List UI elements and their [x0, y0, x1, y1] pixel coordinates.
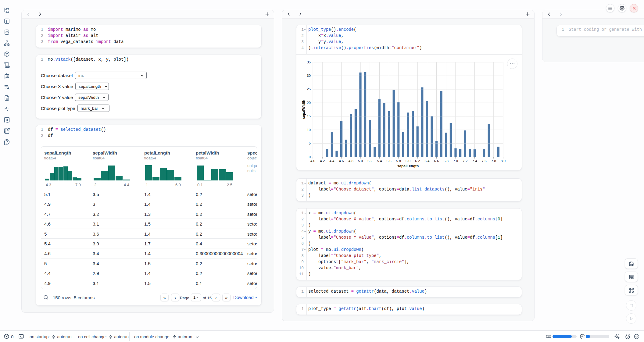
svg-text:4.0: 4.0: [310, 159, 315, 163]
svg-text:5.8: 5.8: [396, 159, 401, 163]
svg-text:5: 5: [309, 141, 311, 145]
svg-text:4.2: 4.2: [320, 159, 325, 163]
svg-text:7.6: 7.6: [482, 159, 487, 163]
svg-text:sepalWidth: sepalWidth: [302, 100, 306, 119]
svg-text:35: 35: [307, 60, 311, 64]
svg-text:5.0: 5.0: [358, 159, 363, 163]
svg-text:4.4: 4.4: [329, 159, 335, 163]
svg-text:7.4: 7.4: [472, 159, 477, 163]
svg-text:7.8: 7.8: [491, 159, 496, 163]
svg-text:25: 25: [307, 87, 311, 91]
svg-text:10: 10: [307, 128, 311, 132]
svg-text:6.6: 6.6: [434, 159, 439, 163]
svg-text:sepalLength: sepalLength: [397, 164, 419, 168]
svg-text:8.0: 8.0: [501, 159, 506, 163]
svg-text:6.0: 6.0: [406, 159, 410, 163]
svg-text:15: 15: [307, 114, 311, 118]
svg-text:6.4: 6.4: [424, 159, 430, 163]
svg-text:4.8: 4.8: [349, 159, 353, 163]
svg-text:6.2: 6.2: [415, 159, 420, 163]
svg-text:5.2: 5.2: [367, 159, 372, 163]
svg-text:30: 30: [307, 74, 311, 77]
svg-text:4.6: 4.6: [339, 159, 344, 163]
svg-text:6.8: 6.8: [444, 159, 449, 163]
svg-text:5.6: 5.6: [387, 159, 392, 163]
svg-text:20: 20: [307, 101, 311, 105]
svg-text:5.4: 5.4: [377, 159, 382, 163]
svg-text:7.2: 7.2: [463, 159, 467, 163]
svg-text:0: 0: [309, 155, 311, 159]
svg-text:7.0: 7.0: [453, 159, 458, 163]
